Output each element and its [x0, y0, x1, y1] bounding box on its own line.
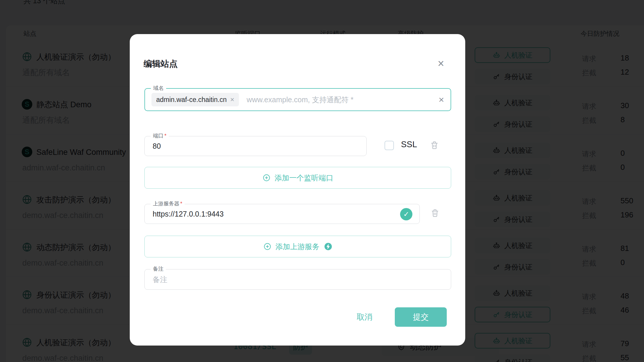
domain-placeholder: www.example.com, 支持通配符 * [247, 95, 353, 105]
upstream-field[interactable]: 上游服务器* https://127.0.0.1:9443 ✓ [144, 204, 420, 224]
close-icon[interactable]: × [434, 57, 447, 70]
check-circle-icon: ✓ [400, 208, 412, 220]
port-value: 80 [153, 142, 161, 150]
plus-circle-icon [263, 242, 272, 251]
delete-upstream-trash-icon[interactable] [430, 208, 440, 218]
upstream-field-label: 上游服务器* [151, 200, 185, 207]
submit-button[interactable]: 提交 [395, 307, 447, 327]
edit-site-dialog: 编辑站点 × 域名 admin.waf-ce.chaitin.cn × www.… [130, 34, 465, 346]
domain-field-label: 域名 [151, 85, 166, 92]
note-field[interactable]: 备注 备注 [144, 269, 451, 290]
tag-remove-icon[interactable]: × [230, 95, 234, 104]
upstream-value: https://127.0.0.1:9443 [153, 210, 224, 218]
add-upstream-button[interactable]: 添加上游服务 [144, 236, 451, 257]
note-placeholder: 备注 [153, 275, 167, 284]
dialog-title: 编辑站点 [144, 58, 178, 70]
plus-circle-icon [262, 174, 271, 182]
add-upstream-label: 添加上游服务 [276, 242, 320, 252]
required-marker: * [180, 201, 182, 207]
ssl-checkbox[interactable] [385, 141, 394, 150]
required-marker: * [164, 133, 166, 139]
port-field-label: 端口* [151, 132, 169, 139]
cancel-button[interactable]: 取消 [348, 307, 381, 327]
note-field-label: 备注 [151, 265, 166, 272]
add-listen-port-label: 添加一个监听端口 [275, 173, 333, 183]
load-balance-bolt-icon [324, 242, 333, 251]
ssl-label: SSL [401, 140, 417, 149]
clear-field-icon[interactable]: × [439, 94, 444, 105]
add-listen-port-button[interactable]: 添加一个监听端口 [144, 167, 451, 189]
domain-tag-text: admin.waf-ce.chaitin.cn [156, 96, 227, 104]
delete-port-trash-icon[interactable] [430, 140, 439, 150]
domain-field[interactable]: 域名 admin.waf-ce.chaitin.cn × www.example… [144, 88, 451, 111]
domain-tag: admin.waf-ce.chaitin.cn × [151, 93, 239, 106]
port-field[interactable]: 端口* 80 [144, 136, 367, 156]
